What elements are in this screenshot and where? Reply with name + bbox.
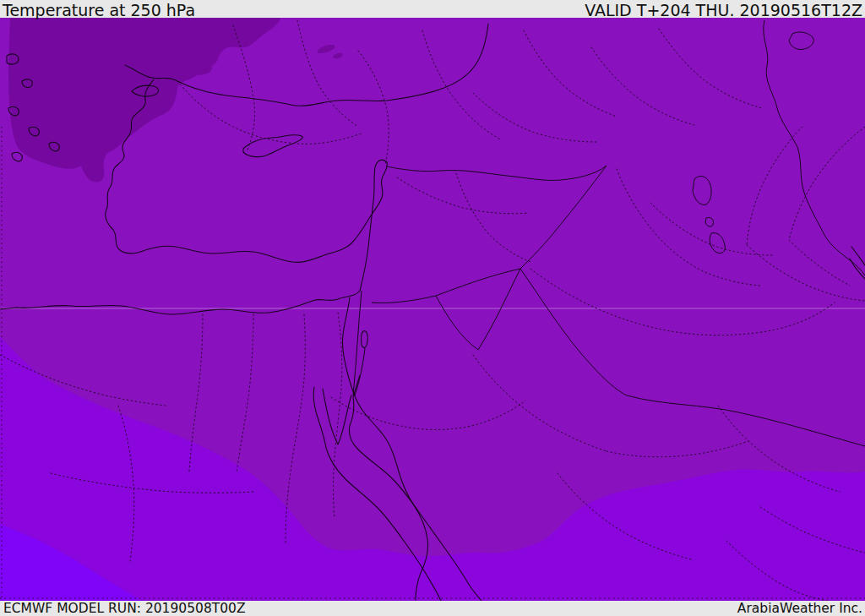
valid-time-label: VALID T+204 THU. 20190516T12Z (585, 1, 862, 19)
temperature-map-canvas (0, 0, 865, 616)
footer-bar: ECMWF MODEL RUN: 20190508T00Z ArabiaWeat… (0, 601, 865, 616)
model-run-label: ECMWF MODEL RUN: 20190508T00Z (3, 601, 246, 616)
map-title: Temperature at 250 hPa (3, 1, 195, 19)
attribution-label: ArabiaWeather Inc. (737, 601, 862, 616)
temp-blob-dark (187, 60, 212, 75)
header-bar: Temperature at 250 hPa VALID T+204 THU. … (0, 0, 865, 18)
weather-map-screen: Temperature at 250 hPa VALID T+204 THU. … (0, 0, 865, 616)
